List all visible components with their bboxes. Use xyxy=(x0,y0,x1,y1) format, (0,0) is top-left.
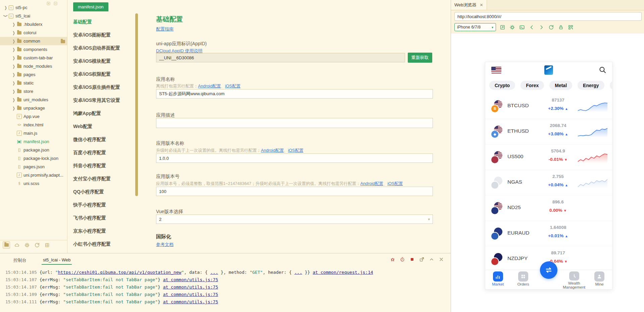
hint-link[interactable]: iOS配置 xyxy=(288,148,303,153)
hint-link[interactable]: Android配置 xyxy=(198,84,221,88)
tree-item-package-lock-json[interactable]: [ ]package-lock.json xyxy=(0,154,67,163)
gear-icon[interactable] xyxy=(509,24,515,30)
search-icon[interactable] xyxy=(599,66,607,75)
quote-row-us500[interactable]: US5005704.9-0.01% ▼ xyxy=(485,144,612,170)
chevron-down-icon[interactable]: ❯ xyxy=(3,14,8,18)
section-item-8[interactable]: Web配置 xyxy=(67,120,134,133)
log-link[interactable]: at common/utils.js:75 xyxy=(163,277,218,282)
us-flag-icon[interactable] xyxy=(491,67,501,73)
tab-forex[interactable]: Forex xyxy=(521,81,544,90)
tabbar-item-wealth-management[interactable]: Wealth Management xyxy=(561,270,587,289)
tab-run-web[interactable]: st5_lcai - Web xyxy=(43,257,70,262)
back-icon[interactable] xyxy=(528,24,535,30)
tree-item-main-js[interactable]: Jmain.js xyxy=(0,129,67,137)
section-item-1[interactable]: 安卓/iOS图标配置 xyxy=(67,28,134,42)
log-link[interactable]: ... xyxy=(210,270,218,275)
chevron-right-icon[interactable]: ❯ xyxy=(12,30,16,35)
section-item-2[interactable]: 安卓/iOS启动界面配置 xyxy=(67,42,134,55)
collapse-icon[interactable] xyxy=(428,256,435,263)
clear-icon[interactable] xyxy=(438,256,445,263)
section-item-3[interactable]: 安卓/iOS模块配置 xyxy=(67,55,134,68)
chevron-right-icon[interactable]: ❯ xyxy=(12,56,16,60)
vue-version-select[interactable]: 2 ▾ xyxy=(156,214,433,224)
section-item-12[interactable]: 支付宝小程序配置 xyxy=(67,172,134,185)
chevron-right-icon[interactable]: ❯ xyxy=(12,47,16,52)
tab-crypto[interactable]: Crypto xyxy=(489,81,515,90)
log-link[interactable]: https://ceshi01.qibuma.top/api/v1/quotat… xyxy=(58,270,182,275)
section-item-7[interactable]: 鸿蒙App配置 xyxy=(67,107,134,120)
stop-icon[interactable] xyxy=(409,256,415,263)
tabbar-item-market[interactable]: Market xyxy=(485,270,511,289)
tab-web-browser[interactable]: Web浏览器 ✕ xyxy=(451,0,487,10)
capture-icon[interactable] xyxy=(499,24,506,30)
hint-link[interactable]: iOS配置 xyxy=(387,181,403,186)
chevron-right-icon[interactable]: ❯ xyxy=(12,22,16,26)
folder-icon[interactable] xyxy=(3,241,10,249)
tree-item-uni-scss[interactable]: §uni.scss xyxy=(0,179,67,188)
log-link[interactable]: at common/utils.js:75 xyxy=(163,285,218,290)
tree-item-uni-promisify-adapt-[interactable]: Juni.promisify.adapt... xyxy=(0,171,67,179)
section-item-14[interactable]: 快手小程序配置 xyxy=(67,198,134,211)
tab-cfd[interactable]: CFD xyxy=(610,81,612,90)
close-icon[interactable]: ✕ xyxy=(480,3,483,7)
section-item-15[interactable]: 飞书小程序配置 xyxy=(67,211,134,225)
hint-link[interactable]: iOS配置 xyxy=(225,84,241,88)
version-code-input[interactable] xyxy=(156,187,433,196)
device-select[interactable]: iPhone 6/7/8 ▾ xyxy=(454,23,496,31)
tree-item-app-vue[interactable]: VApp.vue xyxy=(0,112,67,121)
tree-item-custom-tab-bar[interactable]: ❯custom-tab-bar xyxy=(0,54,67,62)
quote-row-nd25[interactable]: ND25896.60.00% ▼ xyxy=(485,195,612,221)
quote-row-euraud[interactable]: EURAUD1.64008+0.01% ▲ xyxy=(485,221,612,246)
section-item-17[interactable]: 小红书小程序配置 xyxy=(67,238,134,251)
quote-row-btcusd[interactable]: BBTCUSD87137+2.30% ▲ xyxy=(485,93,612,119)
hint-link[interactable]: Android配置 xyxy=(261,148,284,153)
section-item-0[interactable]: 基础配置 xyxy=(67,15,134,28)
tree-item-colorui[interactable]: ❯colorui xyxy=(0,28,67,37)
bug-icon[interactable] xyxy=(389,256,396,263)
refresh-icon[interactable] xyxy=(34,242,40,248)
tree-item-node-modules[interactable]: ❯node_modules xyxy=(0,62,67,70)
tabbar-item-mine[interactable]: Mine xyxy=(587,270,612,289)
tree-item-manifest-json[interactable]: [◉]manifest.json xyxy=(0,137,67,146)
export-icon[interactable] xyxy=(418,256,425,263)
file-tab-manifest[interactable]: manifest.json xyxy=(73,2,108,11)
log-link[interactable]: at common/utils.js:75 xyxy=(163,292,218,297)
section-list-scrollbar[interactable] xyxy=(135,13,138,196)
tree-item-index-html[interactable]: <>index.html xyxy=(0,121,67,129)
tree-item-store[interactable]: ❯store xyxy=(0,87,67,96)
timer-icon[interactable] xyxy=(399,256,406,263)
tree-item-pages-json[interactable]: [ ]pages.json xyxy=(0,163,67,171)
lock-icon[interactable] xyxy=(557,24,564,30)
version-name-input[interactable] xyxy=(156,153,433,163)
exchange-fab[interactable] xyxy=(540,261,557,279)
tree-item--hbuilderx[interactable]: ❯.hbuilderx xyxy=(0,20,67,28)
refetch-appid-button[interactable]: 重新获取 xyxy=(408,53,432,63)
appid-input[interactable] xyxy=(156,53,405,62)
grid-icon[interactable] xyxy=(44,242,50,248)
hint-link[interactable]: Android配置 xyxy=(360,181,383,186)
tree-item-components[interactable]: ❯components xyxy=(0,45,67,54)
chevron-right-icon[interactable]: ❯ xyxy=(12,106,16,110)
console-icon[interactable] xyxy=(518,24,525,30)
app-name-input[interactable] xyxy=(156,89,433,99)
chevron-right-icon[interactable]: ❯ xyxy=(12,89,16,93)
tree-item-st5-lcai[interactable]: ❯ust5_lcai xyxy=(0,12,67,20)
tabbar-item-orders[interactable]: Orders xyxy=(511,270,536,289)
log-link[interactable]: at common/request.js:14 xyxy=(313,270,373,275)
forward-icon[interactable] xyxy=(538,24,545,30)
qr-icon[interactable] xyxy=(567,24,574,30)
section-item-9[interactable]: 微信小程序配置 xyxy=(67,133,134,146)
tree-item-unpackage[interactable]: ❯unpackage xyxy=(0,104,67,112)
refresh-icon[interactable] xyxy=(548,24,554,30)
section-item-16[interactable]: 京东小程序配置 xyxy=(67,225,134,238)
config-guide-link[interactable]: 配置指南 xyxy=(156,26,174,32)
section-item-10[interactable]: 百度小程序配置 xyxy=(67,146,134,159)
quote-row-ethusd[interactable]: ◆ETHUSD2068.74+3.08% ▲ xyxy=(485,119,612,144)
section-item-5[interactable]: 安卓/iOS原生插件配置 xyxy=(67,81,134,94)
cloud-icon[interactable] xyxy=(13,242,20,248)
chevron-right-icon[interactable]: ❯ xyxy=(4,5,8,10)
tree-item-pages[interactable]: ❯pages xyxy=(0,70,67,79)
section-item-13[interactable]: QQ小程序配置 xyxy=(67,185,134,198)
i18n-doc-link[interactable]: 参考文档 xyxy=(156,242,174,248)
section-item-4[interactable]: 安卓/iOS权限配置 xyxy=(67,68,134,81)
